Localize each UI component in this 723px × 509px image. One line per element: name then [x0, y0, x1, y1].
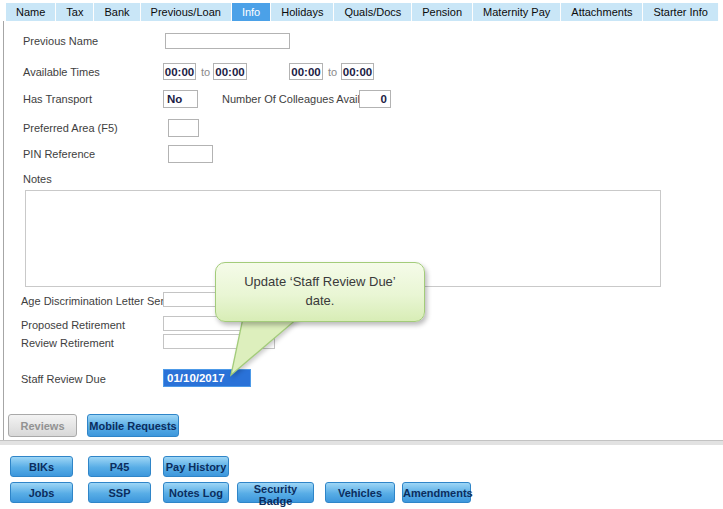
tab-quals-docs[interactable]: Quals/Docs — [334, 3, 412, 21]
available-time-3-input[interactable] — [289, 63, 323, 80]
vehicles-button[interactable]: Vehicles — [325, 482, 395, 503]
tab-starter-info[interactable]: Starter Info — [643, 3, 718, 21]
available-time-1-input[interactable] — [163, 63, 196, 80]
callout-tail — [218, 316, 308, 378]
tab-page-border — [3, 21, 4, 440]
notes-log-button[interactable]: Notes Log — [163, 482, 229, 503]
biks-button[interactable]: BIKs — [10, 456, 73, 477]
preferred-area-label: Preferred Area (F5) — [23, 122, 118, 134]
tab-maternity-pay[interactable]: Maternity Pay — [473, 3, 561, 21]
previous-name-label: Previous Name — [23, 35, 98, 47]
available-times-to-label: to — [201, 66, 210, 78]
available-time-2-input[interactable] — [213, 63, 247, 80]
callout-text-line2: date. — [306, 292, 335, 311]
callout-text-line1: Update ‘Staff Review Due’ — [244, 273, 396, 292]
tab-name[interactable]: Name — [6, 3, 56, 21]
security-badge-button[interactable]: Security Badge — [237, 482, 314, 503]
staff-review-due-label: Staff Review Due — [21, 373, 106, 385]
review-retirement-label: Review Retirement — [21, 337, 114, 349]
jobs-button[interactable]: Jobs — [10, 482, 73, 503]
tab-tax[interactable]: Tax — [56, 3, 94, 21]
reviews-button[interactable]: Reviews — [8, 414, 77, 437]
tab-attachments[interactable]: Attachments — [561, 3, 643, 21]
available-time-4-input[interactable] — [341, 63, 374, 80]
pin-reference-input[interactable] — [168, 145, 213, 163]
amendments-button[interactable]: Amendments — [402, 482, 471, 503]
colleagues-available-label: Number Of Colleagues Available — [222, 93, 381, 105]
preferred-area-input[interactable] — [168, 119, 199, 137]
callout-bubble: Update ‘Staff Review Due’ date. — [215, 262, 425, 322]
has-transport-input[interactable] — [163, 90, 198, 108]
p45-button[interactable]: P45 — [88, 456, 151, 477]
ssp-button[interactable]: SSP — [88, 482, 151, 503]
mobile-requests-button[interactable]: Mobile Requests — [87, 414, 179, 437]
previous-name-input[interactable] — [165, 33, 290, 49]
tab-previous-loan[interactable]: Previous/Loan — [141, 3, 232, 21]
tab-strip: Name Tax Bank Previous/Loan Info Holiday… — [6, 3, 719, 21]
age-discrimination-label: Age Discrimination Letter Sent — [21, 295, 170, 307]
horizontal-divider — [0, 440, 723, 445]
notes-label: Notes — [23, 173, 52, 185]
has-transport-label: Has Transport — [23, 93, 92, 105]
tab-info[interactable]: Info — [232, 3, 271, 21]
tab-holidays[interactable]: Holidays — [271, 3, 334, 21]
tab-pension[interactable]: Pension — [412, 3, 473, 21]
pay-history-button[interactable]: Pay History — [163, 456, 229, 477]
employee-record-window: Name Tax Bank Previous/Loan Info Holiday… — [0, 0, 723, 509]
tab-bank[interactable]: Bank — [94, 3, 140, 21]
proposed-retirement-label: Proposed Retirement — [21, 319, 125, 331]
pin-reference-label: PIN Reference — [23, 148, 95, 160]
available-times-to-label-2: to — [328, 66, 337, 78]
colleagues-available-input[interactable] — [359, 90, 391, 108]
available-times-label: Available Times — [23, 66, 100, 78]
